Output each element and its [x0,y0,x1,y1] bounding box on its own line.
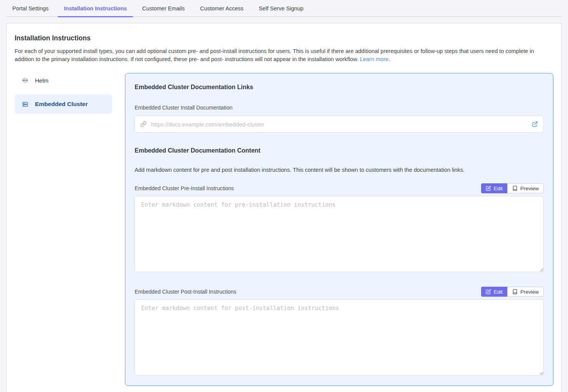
post-install-markdown-textarea[interactable] [135,299,544,375]
sidebar-item-helm[interactable]: HELM Helm [15,73,112,88]
sidebar-item-embedded-cluster[interactable]: Embedded Cluster [15,95,112,114]
server-stack-icon [22,101,28,108]
post-install-label: Embedded Cluster Post-Install Instructio… [135,289,237,295]
install-documentation-input-wrap [135,116,544,133]
edit-button-label: Edit [494,289,503,295]
content-row: HELM Helm Embedded Cluster [15,73,553,386]
tab-customer-access[interactable]: Customer Access [194,0,250,17]
sidebar-item-label: Helm [35,77,48,84]
page-title: Installation Instructions [15,34,553,42]
edit-icon [486,289,491,294]
book-icon [512,289,518,294]
install-type-nav: HELM Helm Embedded Cluster [15,73,112,121]
documentation-content-heading: Embedded Cluster Documentation Content [135,147,544,154]
learn-more-link[interactable]: Learn more [360,56,388,62]
page-description-period: . [388,56,390,62]
tab-self-serve-signup[interactable]: Self Serve Signup [253,0,310,17]
tab-customer-emails[interactable]: Customer Emails [136,0,191,17]
preview-button-label: Preview [520,186,539,191]
page-description-text: For each of your supported install types… [15,48,534,62]
pre-install-header-row: Embedded Cluster Pre-Install Instruction… [135,183,544,193]
embedded-cluster-panel: Embedded Cluster Documentation Links Emb… [125,73,553,386]
helm-icon: HELM [22,77,28,84]
external-link-icon[interactable] [532,121,538,127]
installation-instructions-card: Installation Instructions For each of yo… [6,23,562,392]
post-install-preview-button[interactable]: Preview [507,287,544,297]
post-install-header-row: Embedded Cluster Post-Install Instructio… [135,287,544,297]
install-documentation-url-input[interactable] [150,121,528,128]
documentation-content-description: Add markdown content for pre and post in… [135,167,544,173]
edit-icon [486,186,491,191]
post-install-mode-toggle: Edit Preview [481,287,544,297]
sidebar-item-label: Embedded Cluster [35,101,88,108]
edit-button-label: Edit [494,186,503,191]
documentation-links-heading: Embedded Cluster Documentation Links [135,84,544,91]
book-icon [512,186,518,191]
post-install-edit-button[interactable]: Edit [481,287,507,297]
install-documentation-label: Embedded Cluster Install Documentation [135,105,544,111]
pre-install-label: Embedded Cluster Pre-Install Instruction… [135,185,234,191]
svg-text:HELM: HELM [22,79,28,81]
tab-installation-instructions[interactable]: Installation Instructions [58,0,133,17]
settings-tabbar: Portal Settings Installation Instruction… [6,0,562,17]
pre-install-markdown-textarea[interactable] [135,196,544,272]
preview-button-label: Preview [520,289,539,295]
link-icon [140,121,147,127]
pre-install-preview-button[interactable]: Preview [507,183,544,193]
pre-install-edit-button[interactable]: Edit [481,183,507,193]
page-description: For each of your supported install types… [15,47,553,63]
pre-install-mode-toggle: Edit Preview [481,183,544,193]
tab-portal-settings[interactable]: Portal Settings [6,0,55,17]
